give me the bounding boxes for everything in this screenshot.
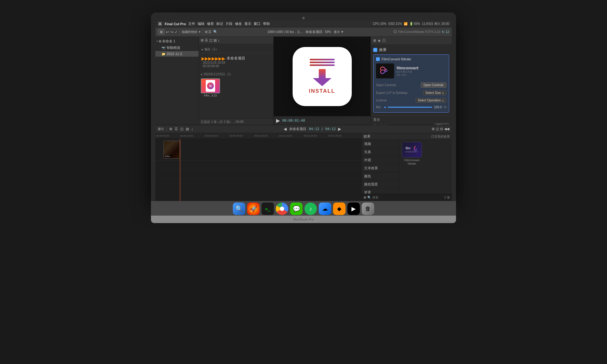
toolbar-undo-btn[interactable]: ↩ — [166, 30, 169, 34]
inspector-content: ✓ 效果 ✓ FilmConvert Nitrate — [371, 45, 452, 125]
browser-panel: ⊞ ☰ ◫ ▤ ↕ ▾ 项目（1） — [199, 37, 274, 125]
effects-cat-color-preset[interactable]: 颜色预置 — [362, 180, 399, 189]
open-controls-btn[interactable]: Open Controls — [421, 82, 446, 88]
dock-item-fcpx[interactable]: ▶ — [347, 203, 360, 215]
effects-panel-header: 效果 已安装的效果 — [362, 133, 452, 140]
dock-item-wechat[interactable]: 💬 — [290, 203, 303, 215]
export-lut-select[interactable]: Select Size ◇ — [423, 91, 446, 95]
filmconvert-logo-row: filmconvert nitrate ver. 3.22 — [376, 63, 446, 78]
toolbar-check-btn[interactable]: ✓ — [175, 30, 178, 34]
menubar-item-file[interactable]: 文件 — [188, 21, 195, 26]
toolbar-import-btn[interactable]: ⊞ — [158, 29, 165, 35]
tl-prev-btn[interactable]: ◀ — [284, 127, 287, 131]
battery-icon: 🔋 83% — [409, 22, 420, 26]
sidebar-item-date[interactable]: 📁 2022-11-2 — [155, 51, 199, 57]
tl-right-btn1[interactable]: ⊞ — [432, 127, 435, 131]
zoom-level[interactable]: 59% — [325, 30, 331, 34]
project-title: ▶▶▶▶▶▶▶ 未命名项目 — [201, 56, 271, 61]
dock-item-launchpad[interactable]: 🚀 — [247, 203, 260, 215]
video-clip-block[interactable]: Film... — [163, 141, 180, 159]
timeline-index-label[interactable]: 索引 — [158, 127, 164, 131]
menubar-item-mark[interactable]: 标记 — [216, 21, 223, 26]
view-grid-btn[interactable]: ⊞ — [205, 30, 208, 34]
playhead[interactable] — [180, 139, 180, 201]
menubar-item-modify[interactable]: 修改 — [235, 21, 242, 26]
thumb-img-film: N — [201, 78, 220, 93]
tl-next-btn[interactable]: ▶ — [338, 127, 341, 131]
tl-btn2[interactable]: ☰ — [175, 127, 178, 131]
tl-btn3[interactable]: ◫ — [180, 127, 183, 131]
effects-search-bar: ⊞ 🔍 1 项 — [362, 194, 452, 201]
install-icon: INSTALL — [293, 47, 352, 106]
thumb-item-film[interactable]: N Film...3.22 — [201, 78, 220, 97]
menubar-item-edit[interactable]: 编辑 — [198, 21, 205, 26]
dock-item-finder[interactable]: 🔍 — [233, 203, 245, 215]
dock-item-sketch[interactable]: ◆ — [333, 203, 346, 215]
fc-logo-box — [376, 63, 394, 78]
install-lines — [310, 59, 335, 66]
sidebar-item-smart[interactable]: 📷 智能精选 — [155, 44, 199, 51]
macbook-label: MacBook Pro — [293, 217, 314, 221]
effects-cat-distort[interactable]: 失真 — [362, 148, 399, 156]
effects-cat-color[interactable]: 颜色 — [362, 172, 399, 180]
apple-menu-icon[interactable]: ⌘ — [158, 21, 162, 26]
license-select[interactable]: Select Operation ◇ — [416, 98, 446, 103]
effects-cat-look[interactable]: 外观 — [362, 156, 399, 164]
inspector-toggle-btn[interactable]: ⓘ — [393, 30, 397, 34]
project-name-toolbar: 未命名项目 — [305, 30, 322, 34]
inspector-info-btn[interactable]: ⓘ — [382, 38, 386, 43]
menubar-item-trim[interactable]: 修剪 — [207, 21, 214, 26]
menubar-item-view[interactable]: 显示 — [244, 21, 251, 26]
menubar-item-clip[interactable]: 片段 — [226, 21, 233, 26]
filmconvert-inspector-box: ✓ FilmConvert Nitrate — [373, 54, 449, 113]
browser-btn-4[interactable]: ▤ — [214, 38, 217, 42]
hidden-rejected-label[interactable]: 隐藏拒绝的 ✦ — [182, 30, 201, 34]
view-list-btn[interactable]: ☰ — [208, 30, 211, 34]
sidebar-group-unnamed1[interactable]: ▾ ⊞ 未命名 1 — [155, 38, 199, 44]
svg-text:film: film — [406, 147, 411, 150]
dock-item-icloud[interactable]: ☁ — [319, 203, 331, 215]
dock-item-trash[interactable]: 🗑 — [362, 203, 374, 215]
menubar-item-help[interactable]: 帮助 — [263, 21, 270, 26]
arrow-icons: ▶▶▶▶▶▶▶ — [201, 56, 225, 61]
browser-btn-3[interactable]: ◫ — [209, 38, 212, 42]
effects-view-toggle[interactable]: ⊞ — [364, 196, 366, 199]
browser-btn-2[interactable]: ☰ — [205, 38, 208, 42]
tl-right-btn3[interactable]: ⊟ — [440, 127, 443, 131]
tl-right-btn2[interactable]: ◫ — [436, 127, 439, 131]
filmconvert-plugin-card[interactable]: film convert FilmConvertNitrate — [401, 142, 423, 166]
effects-cat-text[interactable]: 文本效果 — [362, 164, 399, 172]
search-btn[interactable]: 🔍 — [213, 30, 218, 34]
dock-item-chrome[interactable] — [276, 203, 288, 215]
fc-brand-name: filmconvert — [397, 66, 418, 70]
laptop-chin: MacBook Pro — [151, 216, 456, 223]
effects-cat-video[interactable]: 视频 — [362, 140, 399, 148]
sidebar-group1-label: 未命名 1 — [162, 39, 175, 44]
inspector-tab-btn[interactable]: ⊞ — [373, 39, 376, 43]
inspector-panel: ⊞ ◈ ⓘ ✓ 效果 — [371, 37, 452, 125]
effects-checkbox[interactable]: ✓ — [373, 48, 377, 52]
filmconvert-checkbox[interactable]: ✓ — [376, 57, 380, 61]
tl-sort-btn[interactable]: ↕ — [191, 127, 193, 131]
svg-text:convert: convert — [406, 150, 418, 153]
effects-cat-mask[interactable]: 遮罩 — [362, 189, 399, 194]
effects-content: 视频 失真 外观 文本效果 颜色 颜色预置 遮罩 Film Emulation … — [362, 140, 452, 194]
menubar-status: CPU 20% SSD 21% 📶 🔋 83% 11月5日 周六 20:00 — [373, 22, 449, 26]
browser-sort-btn[interactable]: ↕ — [218, 39, 220, 42]
play-btn[interactable]: ▶ — [276, 118, 280, 124]
triangle-icon-down: ▾ — [157, 40, 158, 43]
browser-btn-1[interactable]: ⊞ — [201, 38, 204, 42]
menubar-item-window[interactable]: 窗口 — [254, 21, 261, 26]
mix-slider[interactable] — [388, 107, 432, 108]
display-dropdown-btn[interactable]: 显示 ▼ — [334, 30, 344, 34]
dock-item-terminal[interactable]: >_ — [261, 203, 274, 215]
project-item[interactable]: ▶▶▶▶▶▶▶ 未命名项目 2022/11/5 19:59 00:00:00:0… — [201, 54, 271, 69]
tl-btn1[interactable]: ⊞ — [169, 127, 172, 131]
effects-search-input[interactable] — [372, 196, 443, 199]
inspector-filter-btn[interactable]: ◈ — [378, 39, 380, 43]
tl-right-btn4[interactable]: ◀◀ — [444, 127, 449, 131]
tl-btn4[interactable]: ▤ — [186, 127, 189, 131]
menubar-app-name[interactable]: Final Cut Pro — [165, 22, 186, 26]
toolbar-redo-btn[interactable]: ↪ — [170, 30, 173, 34]
dock-item-spotify[interactable]: ♪ — [304, 203, 317, 215]
